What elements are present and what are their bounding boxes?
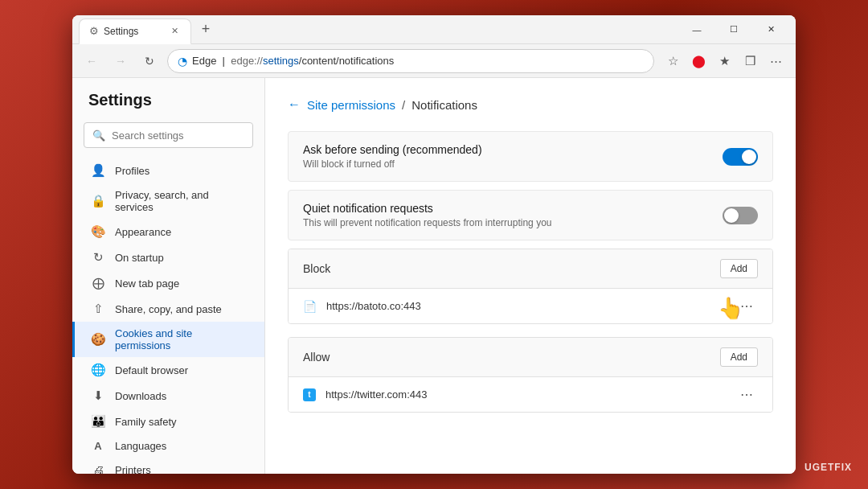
tab-close-button[interactable]: ✕ [168, 25, 181, 38]
close-button[interactable]: ✕ [752, 17, 789, 43]
sidebar-item-downloads[interactable]: ⬇ Downloads [72, 383, 264, 409]
block-site-url: https://batoto.co:443 [326, 300, 726, 312]
breadcrumb-separator: / [402, 98, 405, 112]
block-site-doc-icon: 📄 [303, 300, 317, 313]
cookies-label: Cookies and site permissions [115, 327, 248, 351]
window-controls: — ☐ ✕ [678, 17, 789, 43]
printers-icon: 🖨 [91, 463, 105, 474]
sidebar-item-family[interactable]: 👪 Family safety [72, 409, 264, 434]
twitter-icon: t [303, 388, 316, 401]
address-path-rest: /content/notifications [299, 55, 395, 67]
family-label: Family safety [115, 416, 177, 428]
appearance-icon: 🎨 [91, 224, 105, 239]
allow-site-url: https://twitter.com:443 [326, 388, 726, 401]
printers-label: Printers [115, 464, 151, 474]
content-area: ← Site permissions / Notifications Ask b… [265, 78, 796, 474]
maximize-button[interactable]: ☐ [715, 17, 752, 43]
new-tab-button[interactable]: + [194, 18, 217, 41]
sidebar-item-default-browser[interactable]: 🌐 Default browser [72, 357, 264, 383]
collections-icon[interactable]: ★ [712, 49, 736, 73]
sidebar-item-profiles[interactable]: 👤 Profiles [72, 158, 264, 183]
tab-icon: ⚙ [89, 25, 99, 37]
quiet-notifications-row: Quiet notification requests This will pr… [288, 190, 773, 240]
breadcrumb: ← Site permissions / Notifications [288, 97, 773, 112]
opera-icon[interactable]: ⬤ [686, 49, 710, 73]
ask-setting-label: Ask before sending (recommended) [303, 143, 723, 156]
appearance-label: Appearance [115, 226, 171, 238]
profiles-icon: 👤 [91, 163, 105, 178]
breadcrumb-current: Notifications [411, 98, 477, 112]
newtab-icon: ⨁ [91, 276, 105, 290]
breadcrumb-link[interactable]: Site permissions [307, 98, 395, 112]
quiet-notifications-toggle[interactable] [723, 207, 758, 224]
tab-strip: ⚙ Settings ✕ + [79, 15, 678, 43]
sidebar-item-printers[interactable]: 🖨 Printers [72, 458, 264, 474]
languages-label: Languages [115, 440, 166, 452]
search-input[interactable] [112, 129, 244, 142]
title-bar: ⚙ Settings ✕ + — ☐ ✕ [72, 15, 796, 44]
sidebar-item-languages[interactable]: A Languages [72, 434, 264, 458]
allow-site-more-button[interactable]: ⋯ [735, 385, 758, 404]
default-browser-icon: 🌐 [91, 363, 105, 377]
forward-button[interactable]: → [109, 50, 132, 72]
block-site-more-button[interactable]: ⋯ [735, 297, 758, 315]
ask-before-sending-toggle[interactable] [723, 148, 758, 166]
search-box[interactable]: 🔍 [84, 122, 253, 148]
share-label: Share, copy, and paste [115, 303, 222, 315]
tab-label: Settings [104, 26, 138, 37]
block-section-header: Block Add [289, 249, 772, 289]
downloads-label: Downloads [115, 390, 166, 402]
address-bar: ← → ↻ ◔ Edge | edge://settings/content/n… [72, 44, 796, 78]
favorites-icon[interactable]: ☆ [661, 49, 685, 73]
main-content: Settings 🔍 👤 Profiles 🔒 Privacy, search,… [72, 78, 796, 474]
sidebar-item-privacy[interactable]: 🔒 Privacy, search, and services [72, 183, 264, 219]
edge-label: Edge | [192, 55, 231, 67]
sidebar-item-appearance[interactable]: 🎨 Appearance [72, 219, 264, 244]
cookies-icon: 🍪 [91, 332, 105, 347]
sidebar-item-new-tab[interactable]: ⨁ New tab page [72, 270, 264, 296]
edge-logo-icon: ◔ [178, 55, 187, 68]
ask-setting-info: Ask before sending (recommended) Will bl… [303, 143, 723, 170]
minimize-button[interactable]: — [678, 17, 715, 43]
downloads-icon: ⬇ [91, 388, 105, 403]
block-label: Block [303, 262, 330, 275]
toolbar-icons: ☆ ⬤ ★ ❒ ⋯ [661, 49, 788, 73]
watermark: UGETFIX [805, 462, 852, 473]
back-button[interactable]: ← [80, 50, 103, 72]
family-icon: 👪 [91, 414, 105, 429]
languages-icon: A [91, 440, 105, 452]
allow-label: Allow [303, 351, 330, 364]
browser-essentials-icon[interactable]: ❒ [738, 49, 762, 73]
allow-add-button[interactable]: Add [720, 347, 758, 367]
privacy-icon: 🔒 [91, 194, 105, 208]
search-icon: 🔍 [92, 129, 105, 142]
address-input[interactable]: ◔ Edge | edge://settings/content/notific… [167, 49, 654, 73]
startup-label: On startup [115, 252, 164, 264]
more-tools-button[interactable]: ⋯ [764, 49, 788, 73]
address-scheme: edge:// [231, 55, 263, 67]
sidebar-item-on-startup[interactable]: ↻ On startup [72, 244, 264, 270]
sidebar-item-share[interactable]: ⇧ Share, copy, and paste [72, 296, 264, 322]
quiet-setting-label: Quiet notification requests [303, 202, 723, 215]
profiles-label: Profiles [115, 165, 149, 177]
address-path: settings [263, 55, 299, 67]
privacy-label: Privacy, search, and services [115, 189, 248, 213]
allow-site-row: t https://twitter.com:443 ⋯ [289, 377, 772, 412]
settings-tab[interactable]: ⚙ Settings ✕ [79, 18, 191, 44]
quiet-setting-desc: This will prevent notification requests … [303, 217, 723, 228]
startup-icon: ↻ [91, 250, 105, 265]
default-browser-label: Default browser [115, 364, 188, 376]
allow-section-header: Allow Add [289, 338, 772, 377]
sidebar-item-cookies[interactable]: 🍪 Cookies and site permissions [72, 322, 264, 357]
block-section: Block Add 📄 https://batoto.co:443 ⋯ [288, 249, 773, 324]
block-site-row: 📄 https://batoto.co:443 ⋯ [289, 289, 772, 323]
browser-window: ⚙ Settings ✕ + — ☐ ✕ ← → ↻ ◔ Edge | edge… [72, 15, 796, 474]
newtab-label: New tab page [115, 277, 179, 290]
block-add-button[interactable]: Add [720, 259, 758, 278]
breadcrumb-back-button[interactable]: ← [288, 97, 301, 112]
refresh-button[interactable]: ↻ [138, 50, 161, 72]
quiet-setting-info: Quiet notification requests This will pr… [303, 202, 723, 228]
ask-before-sending-row: Ask before sending (recommended) Will bl… [288, 131, 773, 182]
allow-section: Allow Add t https://twitter.com:443 ⋯ [288, 337, 773, 413]
sidebar: Settings 🔍 👤 Profiles 🔒 Privacy, search,… [72, 78, 265, 474]
